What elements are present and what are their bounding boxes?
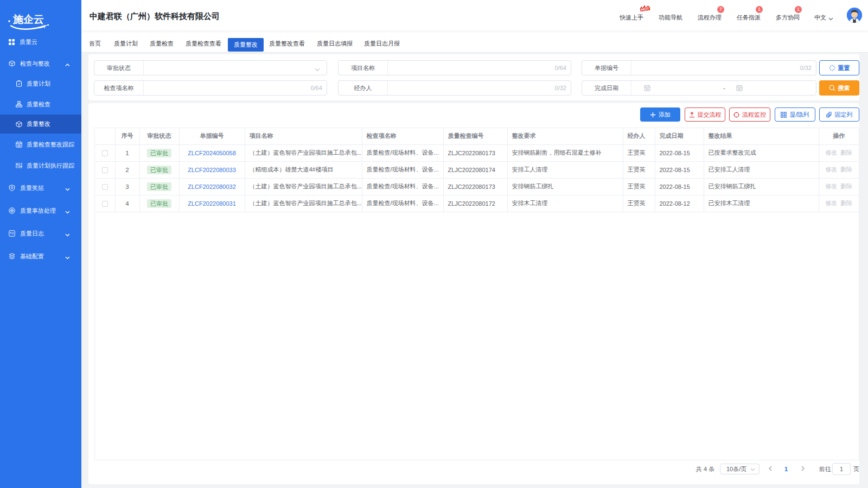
svg-text:HOT: HOT — [641, 7, 649, 11]
svg-text:施企云: 施企云 — [12, 14, 44, 25]
